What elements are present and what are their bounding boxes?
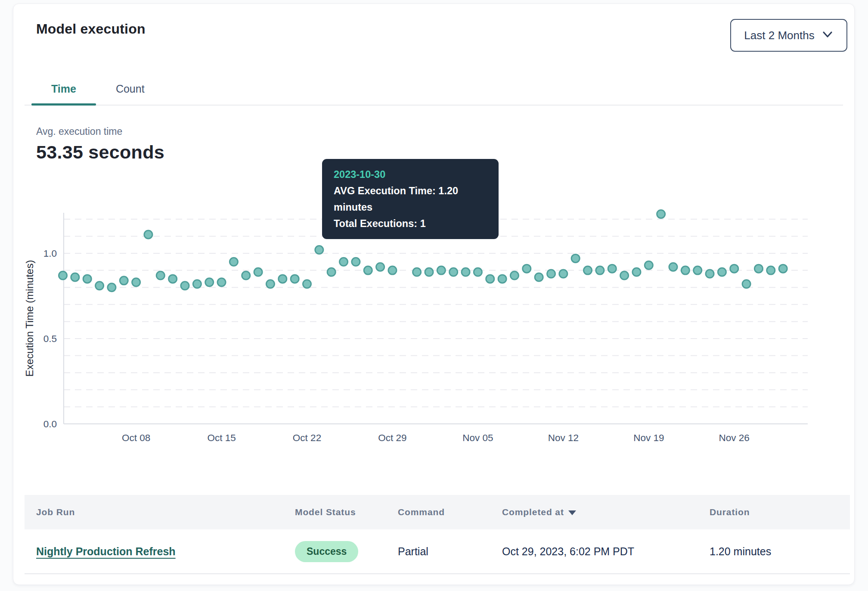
data-point[interactable] [59, 271, 67, 280]
data-point[interactable] [144, 230, 152, 239]
column-header-job-run[interactable]: Job Run [36, 507, 295, 517]
data-point[interactable] [632, 268, 641, 276]
data-point[interactable] [327, 268, 335, 276]
data-point[interactable] [120, 277, 128, 285]
tooltip-total-executions: Total Executions: 1 [334, 215, 487, 232]
job-run-link[interactable]: Nightly Production Refresh [36, 545, 176, 557]
data-point[interactable] [620, 271, 629, 280]
column-header-command[interactable]: Command [398, 507, 502, 517]
data-point[interactable] [71, 273, 79, 281]
data-point[interactable] [266, 280, 274, 288]
data-point[interactable] [681, 266, 689, 274]
x-tick-label: Oct 29 [378, 432, 406, 443]
data-point[interactable] [279, 275, 287, 283]
data-point[interactable] [315, 246, 323, 254]
x-tick-label: Oct 08 [122, 432, 150, 443]
data-point[interactable] [340, 258, 348, 266]
data-point[interactable] [547, 270, 555, 278]
chart-tooltip: 2023-10-30 AVG Execution Time: 1.20 minu… [322, 159, 499, 239]
data-point[interactable] [437, 266, 445, 274]
data-point[interactable] [657, 210, 665, 218]
data-point[interactable] [559, 270, 567, 278]
data-point[interactable] [425, 268, 433, 276]
x-tick-label: Nov 19 [633, 432, 664, 443]
sort-desc-icon [568, 510, 576, 515]
data-point[interactable] [535, 273, 543, 281]
data-point[interactable] [742, 280, 750, 288]
data-point[interactable] [96, 282, 104, 290]
data-point[interactable] [193, 280, 201, 288]
data-point[interactable] [242, 271, 250, 280]
status-badge: Success [295, 541, 358, 562]
data-point[interactable] [156, 271, 164, 280]
data-point[interactable] [523, 264, 531, 273]
tooltip-date: 2023-10-30 [334, 166, 487, 183]
y-tick-label: 0.0 [43, 419, 57, 429]
data-point[interactable] [254, 268, 262, 276]
data-point[interactable] [83, 275, 91, 283]
x-tick-label: Nov 26 [719, 432, 750, 443]
data-point[interactable] [376, 263, 384, 271]
data-point[interactable] [364, 266, 372, 274]
data-point[interactable] [669, 263, 677, 271]
execution-time-chart[interactable]: 0.00.51.0Oct 08Oct 15Oct 22Oct 29Nov 05N… [13, 4, 855, 460]
tooltip-avg-execution-time: AVG Execution Time: 1.20 minutes [334, 183, 487, 215]
table-header-row: Job Run Model Status Command Completed a… [25, 495, 850, 529]
data-point[interactable] [754, 264, 763, 273]
data-point[interactable] [779, 264, 787, 273]
data-point[interactable] [498, 275, 506, 283]
data-point[interactable] [474, 268, 482, 276]
data-point[interactable] [217, 278, 226, 286]
column-header-duration[interactable]: Duration [710, 507, 850, 517]
data-point[interactable] [450, 268, 458, 276]
x-tick-label: Oct 15 [207, 432, 236, 443]
data-point[interactable] [608, 264, 616, 273]
data-point[interactable] [730, 264, 738, 273]
data-point[interactable] [510, 271, 518, 280]
data-point[interactable] [462, 268, 470, 276]
data-point[interactable] [571, 254, 580, 262]
y-tick-label: 1.0 [43, 248, 57, 259]
data-point[interactable] [767, 266, 775, 274]
x-tick-label: Oct 22 [293, 432, 321, 443]
data-point[interactable] [718, 268, 726, 276]
data-point[interactable] [181, 282, 189, 290]
data-point[interactable] [291, 275, 299, 283]
duration-cell: 1.20 minutes [710, 545, 850, 558]
data-point[interactable] [229, 258, 238, 266]
y-tick-label: 0.5 [43, 333, 57, 344]
completed-at-cell: Oct 29, 2023, 6:02 PM PDT [502, 545, 710, 558]
data-point[interactable] [486, 275, 494, 283]
data-point[interactable] [584, 266, 592, 274]
x-tick-label: Nov 05 [462, 432, 493, 443]
data-point[interactable] [352, 258, 360, 266]
data-point[interactable] [645, 261, 653, 269]
model-execution-card: Model execution Last 2 Months Time Count… [13, 3, 855, 585]
data-point[interactable] [596, 266, 604, 274]
data-point[interactable] [303, 280, 311, 288]
table-row: Nightly Production Refresh Success Parti… [25, 529, 850, 574]
data-point[interactable] [388, 266, 397, 274]
data-point[interactable] [169, 275, 177, 283]
job-runs-table: Job Run Model Status Command Completed a… [25, 495, 850, 574]
column-header-completed-at[interactable]: Completed at [502, 507, 710, 517]
data-point[interactable] [413, 268, 421, 276]
y-axis-title: Execution Time (minutes) [24, 260, 35, 377]
data-point[interactable] [694, 266, 702, 274]
data-point[interactable] [205, 278, 214, 286]
column-header-model-status[interactable]: Model Status [295, 507, 398, 517]
data-point[interactable] [132, 278, 140, 286]
x-tick-label: Nov 12 [548, 432, 579, 443]
command-cell: Partial [398, 545, 502, 558]
data-point[interactable] [706, 270, 714, 278]
data-point[interactable] [108, 283, 116, 292]
